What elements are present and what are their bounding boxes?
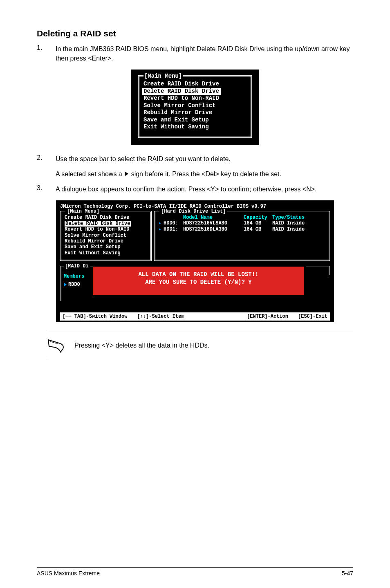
bios-menu-item-selected: Delete RAID Disk Drive	[65, 221, 147, 227]
bios-main-menu-title: [Main Menu]	[65, 209, 101, 214]
step-number-1: 1.	[37, 44, 56, 63]
bios-menu-item: Rebuild Mirror Drive	[65, 238, 147, 244]
bios-rdd0: RDD0	[68, 282, 80, 287]
footer-action-hint: [ENTER]-Action	[247, 314, 288, 319]
bios-members-label: Members	[64, 274, 93, 279]
footer-select-hint: [↑↓]-Select Item	[137, 314, 184, 319]
step-text-2: Use the space bar to select the RAID set…	[56, 154, 353, 164]
menu-item: Exit Without Saving	[143, 123, 247, 131]
triangle-icon	[125, 171, 128, 176]
step-number-3: 3.	[37, 184, 56, 194]
bios-raid-title: [RAID Di	[64, 263, 90, 269]
section-heading: Deleting a RAID set	[37, 29, 353, 38]
menu-item: Revert HDD to Non-RAID	[143, 95, 247, 102]
bios-menu-item: Create RAID Disk Drive	[65, 215, 147, 220]
note-row: Pressing <Y> deletes all the data in the…	[47, 333, 353, 358]
step-number-2: 2.	[37, 154, 56, 164]
hdd-header-capacity: Capacity	[244, 215, 272, 220]
alert-line-2: ARE YOU SURE TO DELETE (Y/N)? Y	[95, 278, 302, 286]
bios-menu-item: Save and Exit Setup	[65, 244, 147, 250]
bios-hdd-list-pane: [Hard Disk Drive List] Model Name Capaci…	[154, 211, 330, 261]
bios-alert-dialog: ALL DATA ON THE RAID WILL BE LOST!! ARE …	[93, 266, 304, 295]
bios-footer-bar: [←→ TAB]-Switch Window [↑↓]-Select Item …	[60, 312, 330, 321]
triangle-icon	[64, 283, 67, 287]
footer-right: 5-47	[342, 570, 353, 577]
footer-exit-hint: [ESC]-Exit	[298, 314, 327, 319]
hdd-header-model: Model Name	[183, 215, 244, 220]
bios-menu-item: Solve Mirror Conflict	[65, 233, 147, 238]
menu-item: Rebuild Mirror Drive	[143, 109, 247, 117]
note-text: Pressing <Y> deletes all the data in the…	[74, 342, 209, 349]
step-2-continuation: A selected set shows a sign before it. P…	[56, 169, 353, 179]
step-text-3: A dialogue box appears to confirm the ac…	[56, 184, 353, 194]
bios-raid-pane: [RAID Di Members RDD0	[60, 266, 93, 301]
bios-main-menu-pane: [Main Menu] Create RAID Disk Drive Delet…	[60, 211, 152, 261]
hdd-row: ▸ HDD1: HDS722516DLA380 164 GB RAID Insi…	[159, 227, 325, 233]
menu-item: Solve Mirror Conflict	[143, 102, 247, 110]
footer-tab-hint: [←→ TAB]-Switch Window	[63, 314, 127, 319]
menu-item-selected: Delete RAID Disk Drive	[143, 88, 247, 95]
bios-menu-item: Revert HDD to Non-RAID	[65, 227, 147, 232]
footer-left: ASUS Maximus Extreme	[37, 570, 100, 577]
bios-screenshot: JMicron Technology Corp. PCI-to-SATA II/…	[56, 200, 334, 322]
menu-item: Save and Exit Setup	[143, 117, 247, 124]
alert-line-1: ALL DATA ON THE RAID WILL BE LOST!!	[95, 271, 302, 278]
bios-menu-item: Exit Without Saving	[65, 250, 147, 256]
menu-item: Create RAID Disk Drive	[143, 81, 247, 88]
main-menu-screenshot: [Main Menu] Create RAID Disk Drive Delet…	[131, 70, 259, 145]
hdd-row: ▸ HDD0: HDS722516VLSA80 164 GB RAID Insi…	[159, 220, 325, 227]
bios-hdd-list-title: [Hard Disk Drive List]	[159, 209, 227, 214]
main-menu-title: [Main Menu]	[143, 73, 183, 79]
bios-right-border-fragment	[306, 266, 330, 275]
hdd-header-type: Type/Status	[272, 215, 325, 220]
note-icon	[47, 338, 66, 353]
step-text-1: In the main JMB363 RAID BIOS menu, highl…	[56, 44, 353, 63]
